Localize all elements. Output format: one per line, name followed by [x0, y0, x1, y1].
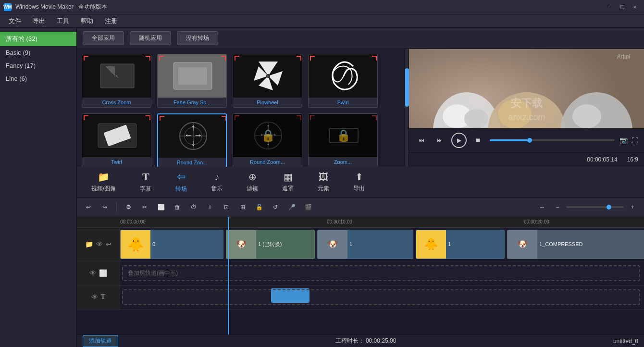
- scrollbar-thumb[interactable]: [405, 68, 409, 107]
- preview-ratio: 16:9: [627, 156, 638, 163]
- video-track-controls: 📁 👁 ↩: [77, 228, 120, 261]
- cut-button[interactable]: ✂: [138, 200, 151, 214]
- step-back-button[interactable]: ⏭: [433, 134, 446, 147]
- subtitle-dashed-area: 叠加层轨道(画中画): [122, 265, 640, 281]
- transitions-main: ↖ Cross Zoom: [77, 49, 644, 167]
- titlebar: WM Windows Movie Maker - 全功能版本 − □ ×: [0, 0, 644, 14]
- play-button[interactable]: ▶: [451, 133, 467, 148]
- menu-file[interactable]: 文件: [4, 15, 26, 27]
- mic-button[interactable]: 🎤: [285, 200, 298, 214]
- twirl-svg: [86, 116, 149, 155]
- clip-4-label: 1_COMPRESSED: [537, 239, 584, 249]
- menu-help[interactable]: 帮助: [76, 15, 98, 27]
- undo-button[interactable]: ↩: [82, 200, 95, 214]
- apply-random-button[interactable]: 随机应用: [130, 31, 171, 45]
- transition-twirl[interactable]: Twirl: [82, 113, 151, 167]
- tool-mask[interactable]: ▦ 遮罩: [277, 168, 298, 196]
- redo-button[interactable]: ↪: [98, 200, 111, 214]
- clip-0-label: 0: [150, 239, 157, 249]
- time-mark-20: 00:00:20.00: [524, 219, 549, 224]
- subtitle-track-eye[interactable]: 👁: [89, 269, 96, 277]
- video-cam-button[interactable]: 🎬: [301, 200, 315, 214]
- zoom-in-minus[interactable]: −: [551, 200, 564, 214]
- transitions-scrollbar[interactable]: [405, 49, 409, 167]
- menu-tools[interactable]: 工具: [52, 15, 74, 27]
- clip-2[interactable]: 🐶 1: [317, 230, 413, 259]
- settings-button[interactable]: ⚙: [122, 200, 135, 214]
- status-center: 工程时长： 00:00:25.00: [335, 337, 396, 345]
- video-track-folder[interactable]: 📁: [85, 240, 93, 248]
- close-button[interactable]: ×: [630, 2, 640, 12]
- sidebar-item-line[interactable]: Line (6): [0, 72, 76, 85]
- sidebar-item-fancy[interactable]: Fancy (17): [0, 59, 76, 72]
- rotate-button[interactable]: ↺: [269, 200, 282, 214]
- tool-caption[interactable]: T 字幕: [135, 168, 156, 196]
- zoom-slider-thumb[interactable]: [607, 205, 611, 210]
- preview-progress-bar[interactable]: [490, 139, 615, 141]
- transition-round-zoom1[interactable]: ← → ↑ ↓ Round Zoo...: [157, 113, 227, 167]
- minimize-button[interactable]: −: [605, 2, 615, 12]
- app-logo: WM: [4, 3, 12, 11]
- video-track-undo[interactable]: ↩: [106, 240, 111, 248]
- transition-zoom[interactable]: 🔒 Zoom...: [308, 113, 378, 167]
- maximize-button[interactable]: □: [617, 2, 628, 12]
- clip-4[interactable]: 🐶 1_COMPRESSED: [507, 230, 644, 259]
- tool-transitions-label: 转场: [175, 185, 187, 193]
- frame-button[interactable]: ⊞: [236, 200, 249, 214]
- transition-fade-gray[interactable]: Fade Gray Sc...: [157, 54, 227, 108]
- corner-tl: [235, 56, 239, 61]
- edit-toolbar: ↩ ↪ ⚙ ✂ ⬜ 🗑 ⏱ T ⊡ ⊞ 🔓 ↺ 🎤 🎬 ↔ − +: [77, 198, 644, 217]
- content-area: 全部应用 随机应用 没有转场 ↖: [77, 28, 644, 347]
- zoom-slider[interactable]: [566, 206, 624, 208]
- menu-export[interactable]: 导出: [28, 15, 50, 27]
- sidebar-item-basic[interactable]: Basic (9): [0, 46, 76, 59]
- swirl-label: Swirl: [309, 98, 377, 107]
- transition-swirl[interactable]: Swirl: [308, 54, 378, 108]
- round-zoom1-label: Round Zoo...: [158, 158, 226, 167]
- tool-elements[interactable]: 🖼 元素: [313, 169, 334, 196]
- skip-back-button[interactable]: ⏮: [415, 134, 428, 147]
- copy-button[interactable]: ⬜: [154, 200, 168, 214]
- tool-filter[interactable]: ⊕ 滤镜: [242, 168, 263, 196]
- text-edit-button[interactable]: T: [203, 200, 217, 214]
- apply-all-button[interactable]: 全部应用: [83, 31, 124, 45]
- subtitle-placeholder: 叠加层轨道(画中画): [128, 269, 178, 277]
- text-track-eye[interactable]: 👁: [91, 293, 98, 301]
- transition-round-zoom2[interactable]: ← → ↑ ↓ 🔒 Round Zoom...: [233, 113, 302, 167]
- tool-video[interactable]: 📁 视频/图像: [87, 168, 121, 196]
- delete-button[interactable]: 🗑: [171, 200, 184, 214]
- add-track-button[interactable]: 添加轨道: [83, 335, 118, 347]
- svg-rect-6: [178, 67, 207, 85]
- transition-pinwheel[interactable]: Pinwheel: [233, 54, 302, 108]
- lock-icon: 🔒: [261, 129, 275, 142]
- tool-export[interactable]: ⬆ 导出: [348, 168, 370, 196]
- zoom-out-icon[interactable]: ↔: [535, 200, 549, 214]
- transition-cross-zoom[interactable]: ↖ Cross Zoom: [82, 54, 151, 108]
- sidebar: 所有的 (32) Basic (9) Fancy (17) Line (6): [0, 28, 77, 347]
- video-track-eye[interactable]: 👁: [96, 240, 103, 248]
- clip-1[interactable]: 🐶 1 (已转换): [226, 230, 315, 259]
- text-track-T[interactable]: T: [101, 293, 105, 301]
- tool-music[interactable]: ♪ 音乐: [206, 169, 227, 196]
- subtitle-track-box[interactable]: ⬜: [99, 269, 107, 277]
- lock-edit-button[interactable]: 🔓: [252, 200, 266, 214]
- camera-icon[interactable]: 📷: [619, 136, 628, 144]
- menu-register[interactable]: 注册: [100, 15, 122, 27]
- pinwheel-svg: [237, 57, 299, 95]
- preview-progress-thumb[interactable]: [527, 138, 532, 143]
- corner-tr: [297, 56, 301, 61]
- sidebar-item-all[interactable]: 所有的 (32): [0, 32, 76, 46]
- clip-3[interactable]: 🐥 1: [416, 230, 505, 259]
- timeline-ruler: 00:00:00.00 00:00:10.00 00:00:20.00 00:0…: [77, 217, 644, 228]
- clip-0-thumb: 🐥: [121, 230, 150, 259]
- tool-transitions[interactable]: ⇦ 转场: [171, 168, 192, 196]
- stop-button[interactable]: ⏹: [471, 134, 485, 147]
- round-zoom2-label: Round Zoom...: [233, 157, 302, 167]
- preview-image: 安下载 anxz.com Artini: [409, 49, 644, 128]
- clip-0[interactable]: 🐥 0: [120, 230, 223, 259]
- time-button[interactable]: ⏱: [187, 200, 200, 214]
- fullscreen-icon[interactable]: ⛶: [632, 136, 638, 144]
- zoom-in-plus[interactable]: +: [626, 200, 639, 214]
- no-transition-button[interactable]: 没有转场: [177, 31, 218, 45]
- crop-button[interactable]: ⊡: [220, 200, 233, 214]
